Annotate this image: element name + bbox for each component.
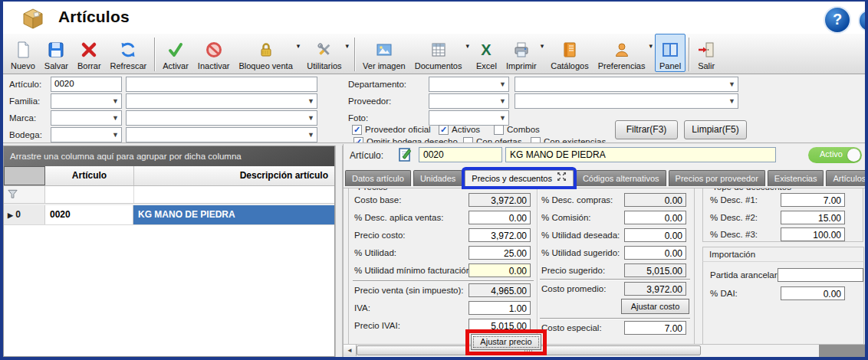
ajustar-costo-button[interactable]: Ajustar costo [621,299,689,314]
descripcion-cell[interactable]: KG MANO DE PIEDRA [133,205,334,224]
articulo-column-header[interactable]: Artículo [45,166,134,185]
dropdown-arrow-icon[interactable]: ▾ [649,42,653,50]
iva-input[interactable]: 1.00 [469,301,531,315]
costo-promedio-input[interactable]: 3,972.00 [624,282,686,296]
tab-codigos-alternativos[interactable]: Códigos alternativos [576,170,666,186]
precio-sugerido-input[interactable]: 5,015.00 [624,263,686,277]
precio-ivai-label: Precio IVAI: [354,321,400,330]
proveedor-oficial-checkbox[interactable]: ✓ Proveedor oficial [352,125,431,135]
tab-existencias[interactable]: Existencias [768,170,824,186]
desc-aplica-ventas-input[interactable]: 0.00 [469,211,531,224]
table-row-selected[interactable]: ▶ 0 0020 KG MANO DE PIEDRA [4,204,334,225]
bodega-name-combo[interactable]: ▼ [126,127,317,142]
marca-name-combo[interactable]: ▼ [126,110,317,126]
borrar-button[interactable]: Borrar [73,34,106,72]
filter-funnel-icon[interactable] [4,186,45,203]
limpiar-button[interactable]: Limpiar(F5) [684,120,747,139]
refrescar-button[interactable]: Refrescar [106,34,152,72]
partida-arancelaria-input[interactable] [778,268,863,282]
comision-input[interactable]: 0.00 [624,211,686,224]
articulo-cell[interactable]: 0020 [45,205,133,224]
documentos-button[interactable]: Documentos [410,34,467,72]
utilidad-minimo-input[interactable]: 0.00 [469,263,531,277]
desc-compras-label: % Desc. compras: [541,195,613,205]
articulo-code-filter-input[interactable]: 0020 [51,77,122,92]
bloqueo-venta-button[interactable]: Bloqueo venta [234,34,297,72]
dropdown-arrow-icon[interactable]: ▾ [541,42,544,50]
tab-precios-y-descuentos-selected[interactable]: Precios y descuentos [465,170,574,186]
desc1-input[interactable]: 7.00 [781,193,845,207]
salir-button[interactable]: Salir [692,34,720,72]
checkbox-unchecked-icon [463,137,473,143]
imprimir-button[interactable]: Imprimir [501,34,541,72]
desc2-input[interactable]: 15.00 [781,211,845,224]
row-indicator-cell: ▶ 0 [4,205,45,224]
costo-especial-label: Costo especial: [541,323,602,332]
precio-venta-input[interactable]: 4,965.00 [469,283,531,297]
expand-arrows-icon[interactable] [557,171,567,187]
lock-icon [257,41,275,61]
tab-articulos-relacionados[interactable]: Artículos relacio [826,170,865,186]
familia-name-combo[interactable]: ▼ [126,93,317,109]
help-question-button[interactable]: ? [824,6,851,34]
utilidad-deseada-input[interactable]: 0.00 [624,228,686,242]
utilidad-input[interactable]: 25.00 [469,246,531,260]
precio-costo-input[interactable]: 3,972.00 [469,228,531,242]
detail-codigo-input[interactable]: 0020 [419,147,502,162]
departamento-name-combo[interactable]: ▼ [515,77,738,92]
salvar-button[interactable]: Salvar [40,34,73,72]
preferencias-button[interactable]: Preferencias [593,34,650,72]
activo-toggle[interactable]: Activo [808,147,862,163]
inactivar-button[interactable]: Inactivar [193,34,235,72]
costo-especial-input[interactable]: 7.00 [624,321,686,335]
page-title: Artículos [58,8,130,26]
tab-unidades[interactable]: Unidades [413,170,462,186]
group-by-hint-bar[interactable]: Arrastre una columna aquí para agrupar p… [4,146,334,166]
detail-descripcion-input[interactable]: KG MANO DE PIEDRA [505,147,776,162]
excel-button[interactable]: X Excel [472,34,501,72]
scroll-left-arrow[interactable]: ◄ [344,345,357,356]
edit-note-icon[interactable] [397,146,414,166]
omitir-bodega-desecho-checkbox[interactable]: ✓ Omitir bodega desecho [353,137,458,143]
catalogos-button[interactable]: Catálogos [546,34,593,72]
con-existencias-checkbox[interactable]: Con existencias [531,137,606,143]
descripcion-filter-cell[interactable] [134,186,334,203]
bodega-filter-label: Bodega: [9,130,42,139]
dropdown-arrow-icon[interactable]: ▾ [346,42,350,50]
panel-button-selected[interactable]: Panel [655,34,686,72]
dropdown-arrow-icon[interactable]: ▾ [466,42,470,50]
utilitarios-button[interactable]: Utilitarios [302,34,346,72]
bodega-code-combo[interactable]: ▼ [51,127,122,142]
combos-checkbox[interactable]: Combos [494,125,540,135]
dai-input[interactable]: 0.00 [781,286,845,300]
dropdown-arrow-icon[interactable]: ▾ [297,42,301,50]
descripcion-column-header[interactable]: Descripción artículo [134,166,334,185]
filtrar-button[interactable]: Filtrar(F3) [615,120,678,139]
desc-compras-input[interactable]: 0.00 [624,193,686,207]
ver-imagen-button[interactable]: Ver imagen [358,34,410,72]
new-document-icon [14,41,32,61]
utilidad-sugerido-input[interactable]: 0.00 [624,246,686,260]
costo-base-input[interactable]: 3,972.00 [469,193,531,207]
departamento-code-combo[interactable]: ▼ [429,77,509,92]
articulo-name-filter-input[interactable] [126,77,317,92]
tab-datos-articulo[interactable]: Datos artículo [345,170,411,186]
marca-code-combo[interactable]: ▼ [51,110,122,126]
activar-button[interactable]: Activar [158,34,193,72]
separator-line [353,280,534,282]
desc3-input[interactable]: 100.00 [781,227,845,241]
activos-checkbox[interactable]: ✓ Activos [439,125,480,135]
familia-code-combo[interactable]: ▼ [51,93,122,109]
horizontal-scrollbar[interactable]: ◄ [344,344,865,357]
proveedor-code-combo[interactable]: ▼ [429,93,509,109]
tab-precios-por-proveedor[interactable]: Precios por proveedor [669,170,765,186]
panel-splitter[interactable] [335,146,343,357]
nuevo-button[interactable]: Nuevo [6,34,40,72]
indicator-column-header[interactable] [4,166,45,185]
grid-filter-row [4,186,334,204]
foto-combo[interactable]: ▼ [429,110,509,126]
con-ofertas-checkbox[interactable]: Con ofertas [463,137,521,143]
articulo-filter-cell[interactable] [45,186,134,203]
chevron-down-icon: ▼ [499,114,506,122]
proveedor-name-combo[interactable]: ▼ [515,93,738,109]
